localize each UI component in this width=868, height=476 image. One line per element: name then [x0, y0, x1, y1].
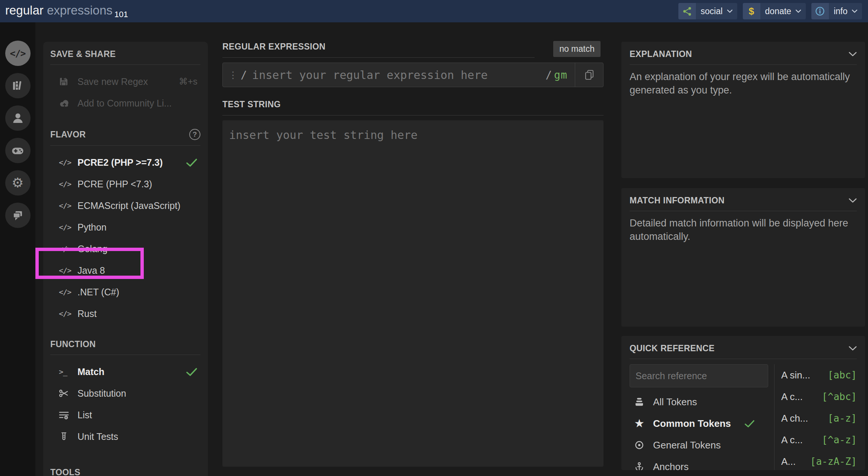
- function-item-substitution[interactable]: Substitution: [59, 383, 197, 404]
- function-item-list[interactable]: List: [59, 404, 197, 426]
- editor-area: REGULAR EXPRESSION no match ⋮ / insert y…: [222, 42, 604, 467]
- social-button[interactable]: social: [678, 3, 737, 19]
- function-label: Substitution: [77, 388, 126, 399]
- code-icon: </>: [59, 180, 71, 188]
- code-icon: </>: [59, 288, 71, 296]
- token-label: A ch...: [781, 413, 808, 424]
- copy-button[interactable]: [575, 63, 603, 87]
- function-label: Match: [77, 366, 104, 377]
- flavor-label: PCRE2 (PHP >=7.3): [77, 157, 163, 168]
- flavor-label: Python: [77, 222, 107, 233]
- quick-reference-header[interactable]: QUICK REFERENCE: [630, 343, 857, 359]
- flavor-item-pcre2[interactable]: </> PCRE2 (PHP >=7.3): [59, 152, 197, 173]
- regex101-app: { "header": { "logo": { "part1": "regula…: [0, 0, 868, 476]
- flavor-item-pcre[interactable]: </> PCRE (PHP <7.3): [59, 173, 197, 195]
- donate-button[interactable]: $ donate: [743, 3, 806, 19]
- function-title: FUNCTION: [50, 339, 96, 349]
- kebab-icon[interactable]: ⋮: [228, 70, 238, 80]
- regex-placeholder[interactable]: insert your regular expression here: [252, 69, 546, 82]
- code-icon: </>: [59, 201, 71, 210]
- regex-section-title: REGULAR EXPRESSION: [222, 42, 535, 58]
- match-information-header[interactable]: MATCH INFORMATION: [630, 196, 857, 211]
- quick-reference-left: All Tokens ★ Common Tokens General Token…: [630, 364, 768, 470]
- quick-reference-title: QUICK REFERENCE: [630, 343, 715, 353]
- category-all-tokens[interactable]: All Tokens: [634, 391, 768, 413]
- status-badge: no match: [553, 41, 601, 57]
- library-icon: [11, 79, 25, 92]
- token-label: A...: [781, 456, 796, 467]
- function-item-match[interactable]: >_ Match: [59, 361, 197, 383]
- rail-settings-button[interactable]: ⚙: [5, 170, 31, 196]
- token-row-char-range[interactable]: A ch... [a-z]: [781, 407, 857, 429]
- category-label: Common Tokens: [653, 418, 731, 429]
- save-new-regex-item[interactable]: Save new Regex ⌘+s: [59, 71, 197, 92]
- flavor-label: Java 8: [77, 265, 105, 276]
- token-row-single-char[interactable]: A sin... [abc]: [781, 364, 857, 386]
- flavor-item-golang[interactable]: </> Golang: [59, 238, 197, 260]
- rail-account-button[interactable]: [5, 105, 31, 131]
- social-label: social: [701, 6, 723, 16]
- circle-dot-icon: [634, 440, 645, 450]
- chevron-down-icon[interactable]: [849, 346, 857, 351]
- regex-flags[interactable]: gm: [554, 69, 567, 81]
- token-row-char-ranges[interactable]: A... [a-zA-Z]: [781, 451, 857, 470]
- app-logo[interactable]: regular expressions101: [5, 3, 128, 19]
- logo-expressions: expressions: [47, 3, 113, 17]
- save-share-title: SAVE & SHARE: [50, 49, 116, 59]
- function-item-unit-tests[interactable]: Unit Tests: [59, 426, 197, 447]
- token-row-char-not-range[interactable]: A c... [^a-z]: [781, 429, 857, 451]
- category-label: Anchors: [653, 461, 688, 470]
- save-new-regex-label: Save new Regex: [77, 76, 148, 87]
- rail-regex-editor-button[interactable]: </>: [5, 41, 31, 66]
- scissors-icon: [59, 388, 71, 398]
- flavor-label: PCRE (PHP <7.3): [77, 179, 152, 190]
- category-general-tokens[interactable]: General Tokens: [634, 434, 768, 456]
- category-common-tokens[interactable]: ★ Common Tokens: [634, 413, 768, 434]
- save-icon: [59, 77, 71, 86]
- info-button[interactable]: info: [811, 3, 862, 19]
- cloud-upload-icon: [59, 98, 71, 108]
- explanation-card: EXPLANATION An explanation of your regex…: [621, 42, 865, 178]
- rail-feedback-button[interactable]: [5, 203, 31, 228]
- tools-header: TOOLS: [50, 467, 200, 476]
- dollar-icon: $: [743, 3, 760, 19]
- explanation-header[interactable]: EXPLANATION: [630, 49, 857, 65]
- flavor-label: ECMAScript (JavaScript): [77, 200, 180, 211]
- flavor-item-ecmascript[interactable]: </> ECMAScript (JavaScript): [59, 195, 197, 216]
- rail-games-button[interactable]: [5, 138, 31, 163]
- left-sidebar: SAVE & SHARE Save new Regex ⌘+s Add to C…: [43, 42, 208, 476]
- save-share-header: SAVE & SHARE: [50, 49, 200, 65]
- chevron-down-icon[interactable]: [849, 52, 857, 57]
- flavor-item-java8[interactable]: </> Java 8: [59, 260, 197, 281]
- flavor-item-rust[interactable]: </> Rust: [59, 303, 197, 324]
- flavor-label: Rust: [77, 308, 96, 319]
- flavor-title: FLAVOR: [50, 130, 86, 140]
- token-code: [a-z]: [828, 413, 857, 424]
- check-icon: [186, 158, 197, 167]
- question-circle-icon[interactable]: ?: [189, 129, 200, 140]
- logo-101: 101: [114, 10, 128, 19]
- tools-title: TOOLS: [50, 467, 80, 476]
- code-icon: </>: [59, 223, 71, 232]
- match-information-body: Detailed match information will be displ…: [630, 216, 853, 243]
- check-icon: [744, 420, 755, 428]
- search-reference-input[interactable]: [630, 364, 768, 387]
- test-string-input[interactable]: insert your test string here: [222, 120, 604, 467]
- chevron-down-icon: [727, 9, 733, 13]
- gamepad-icon: [11, 144, 25, 158]
- token-row-char-except[interactable]: A c... [^abc]: [781, 386, 857, 407]
- flavor-item-dotnet[interactable]: </> .NET (C#): [59, 281, 197, 303]
- save-share-items: Save new Regex ⌘+s Add to Community Li..…: [50, 65, 200, 121]
- add-to-community-item[interactable]: Add to Community Li...: [59, 92, 197, 114]
- regex-input[interactable]: ⋮ / insert your regular expression here …: [222, 63, 604, 87]
- flavor-item-python[interactable]: </> Python: [59, 216, 197, 238]
- token-code: [^abc]: [822, 391, 857, 402]
- category-anchors[interactable]: Anchors: [634, 456, 768, 470]
- check-icon: [186, 368, 197, 376]
- info-label: info: [834, 6, 848, 16]
- tokens-stack-icon: [634, 397, 645, 407]
- anchor-icon: [634, 462, 645, 470]
- chevron-down-icon[interactable]: [849, 198, 857, 203]
- code-icon: </>: [10, 48, 25, 59]
- rail-library-button[interactable]: [5, 73, 31, 98]
